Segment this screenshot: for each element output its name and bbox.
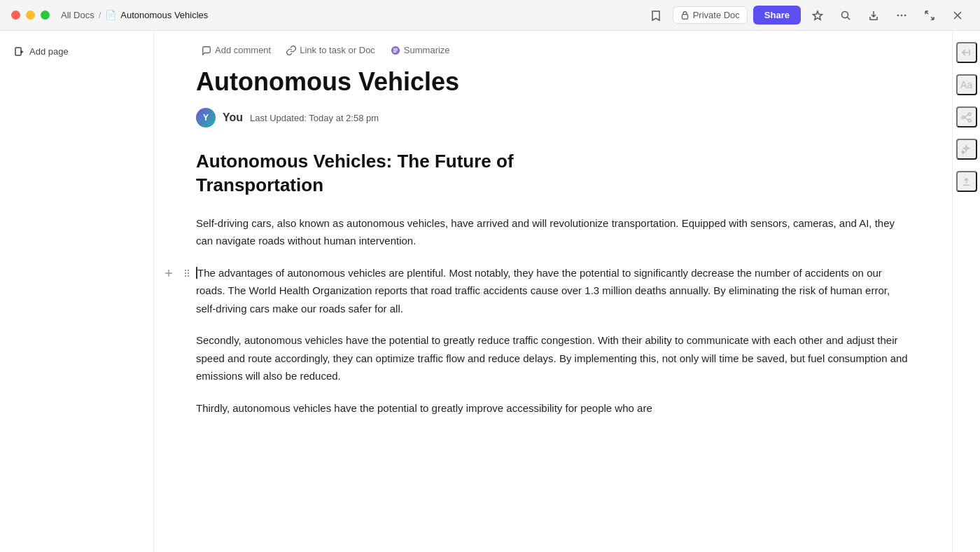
paragraph-1-block: Self-driving cars, also known as autonom… [196, 214, 910, 250]
svg-point-2 [842, 11, 848, 18]
collapse-icon [961, 47, 972, 58]
paragraph-4-text: Thirdly, autonomous vehicles have the po… [196, 402, 652, 414]
share-button[interactable]: Share [753, 6, 801, 25]
doc-toolbar: Add comment Link to task or Doc Summariz… [196, 31, 910, 67]
add-page-item[interactable]: Add page [8, 42, 145, 61]
summarize-label: Summarize [404, 45, 450, 55]
maximize-button[interactable] [41, 11, 50, 20]
svg-rect-0 [682, 15, 687, 20]
block-controls [161, 265, 195, 281]
svg-line-3 [848, 17, 850, 20]
titlebar-actions: Private Doc Share [645, 4, 969, 27]
close-window-button[interactable] [946, 4, 969, 27]
upload-button[interactable] [956, 171, 977, 192]
svg-point-17 [185, 272, 186, 274]
paragraph-2-block: The advantages of autonomous vehicles ar… [196, 264, 910, 318]
summarize-icon [391, 46, 400, 55]
all-docs-link[interactable]: All Docs [61, 10, 94, 20]
svg-line-24 [965, 114, 969, 117]
upload-icon [961, 177, 972, 187]
doc-icon: 📄 [105, 10, 116, 20]
paragraph-3-text: Secondly, autonomous vehicles have the p… [196, 334, 908, 382]
right-sidebar: Aa [952, 31, 980, 552]
svg-point-4 [897, 14, 899, 16]
svg-point-21 [968, 112, 971, 115]
expand-button[interactable] [918, 4, 941, 27]
font-icon: Aa [960, 79, 972, 90]
minimize-button[interactable] [26, 11, 35, 20]
link-task-label: Link to task or Doc [300, 45, 375, 55]
drag-icon [183, 268, 190, 278]
breadcrumb-separator: / [99, 10, 102, 20]
author-name: You [223, 111, 243, 124]
doc-meta: Y You Last Updated: Today at 2:58 pm [196, 108, 910, 127]
svg-point-22 [968, 119, 971, 122]
avatar: Y [196, 108, 216, 127]
plus-icon [164, 268, 174, 278]
export-button[interactable] [862, 4, 885, 27]
add-page-icon [14, 47, 24, 57]
doc-title: Autonomous Vehicles [196, 67, 910, 97]
magic-icon [961, 144, 972, 155]
link-task-button[interactable]: Link to task or Doc [281, 42, 381, 58]
svg-marker-1 [813, 11, 822, 20]
add-block-button[interactable] [161, 265, 176, 281]
titlebar: All Docs / 📄 Autonomous Vehicles Private… [0, 0, 980, 31]
svg-point-20 [188, 275, 189, 277]
private-doc-label: Private Doc [693, 10, 740, 20]
svg-point-23 [962, 116, 965, 118]
svg-point-5 [901, 14, 903, 16]
font-settings-button[interactable]: Aa [956, 74, 977, 95]
paragraph-2-text: The advantages of autonomous vehicles ar… [196, 267, 890, 315]
bookmark-button[interactable] [645, 4, 667, 27]
app-body: Add page Add comment Link to task or Doc [0, 31, 980, 552]
section-title: Autonomous Vehicles: The Future of Trans… [196, 150, 910, 198]
paragraph-3-block: Secondly, autonomous vehicles have the p… [196, 331, 910, 385]
left-sidebar: Add page [0, 31, 154, 552]
current-doc-label: Autonomous Vehicles [120, 10, 208, 20]
paragraph-1-text: Self-driving cars, also known as autonom… [196, 217, 895, 247]
magic-button[interactable] [956, 139, 977, 160]
svg-point-18 [188, 272, 189, 274]
breadcrumb: All Docs / 📄 Autonomous Vehicles [61, 10, 208, 20]
private-doc-badge[interactable]: Private Doc [673, 6, 748, 24]
section-title-block: Autonomous Vehicles: The Future of Trans… [196, 150, 910, 198]
traffic-lights [11, 11, 50, 20]
svg-rect-9 [15, 48, 21, 55]
section-title-line2: Transportation [196, 174, 323, 195]
more-options-button[interactable] [890, 4, 913, 27]
close-button[interactable] [11, 11, 20, 20]
comment-icon [202, 46, 211, 55]
last-updated: Last Updated: Today at 2:58 pm [250, 113, 379, 123]
drag-block-button[interactable] [179, 265, 195, 281]
svg-point-15 [185, 270, 186, 271]
content-area: Add comment Link to task or Doc Summariz… [154, 31, 952, 552]
collapse-sidebar-button[interactable] [956, 42, 977, 63]
svg-point-6 [904, 14, 906, 16]
svg-line-25 [965, 117, 969, 120]
star-button[interactable] [806, 4, 829, 27]
section-title-line1: Autonomous Vehicles: The Future of [196, 151, 514, 172]
summarize-button[interactable]: Summarize [385, 42, 456, 58]
svg-point-16 [188, 270, 189, 271]
link-icon [286, 46, 296, 55]
svg-point-19 [185, 275, 186, 277]
search-button[interactable] [834, 4, 857, 27]
share-icon [961, 112, 972, 123]
paragraph-4-block: Thirdly, autonomous vehicles have the po… [196, 399, 910, 418]
add-comment-button[interactable]: Add comment [196, 42, 276, 58]
share-sidebar-button[interactable] [956, 106, 977, 127]
add-comment-label: Add comment [215, 45, 271, 55]
add-page-label: Add page [29, 46, 69, 57]
